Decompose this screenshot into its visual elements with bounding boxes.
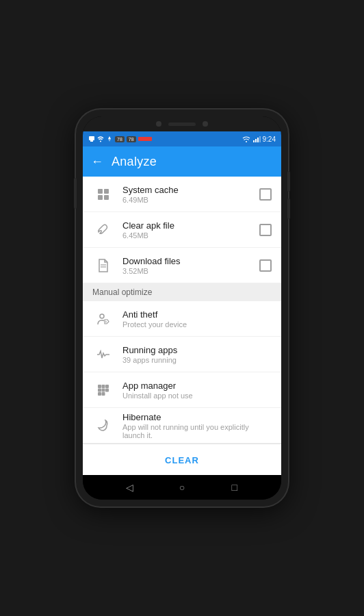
manual-optimize-header: Manual optimize (83, 283, 281, 301)
content-area: System cache 6.49MB Clear apk file 6.45M… (83, 177, 281, 475)
svg-rect-0 (89, 136, 94, 140)
svg-rect-10 (98, 195, 103, 200)
clear-button[interactable]: CLEAR (154, 452, 210, 468)
status-time: 9:24 (263, 136, 276, 143)
speaker (168, 123, 196, 126)
hibernate-subtitle: App will not running until you explicitl… (122, 423, 272, 439)
list-item-app-manager[interactable]: App manager Uninstall app not use (83, 372, 281, 408)
status-bar: 78 78 9:24 (83, 131, 281, 146)
svg-rect-4 (253, 140, 255, 142)
pulse-icon (92, 344, 114, 365)
svg-rect-23 (102, 392, 105, 396)
wrench-icon (92, 219, 114, 241)
svg-rect-19 (98, 388, 101, 392)
svg-rect-7 (259, 136, 261, 142)
clear-button-row: CLEAR (83, 444, 281, 475)
signal-bars-icon (252, 136, 261, 142)
list-item-download-files[interactable]: Download files 3.52MB (83, 248, 281, 283)
moon-icon (92, 415, 114, 437)
list-item-hibernate[interactable]: Hibernate App will not running until you… (83, 408, 281, 444)
svg-rect-22 (98, 392, 101, 396)
anti-theft-subtitle: Protect your device (122, 320, 272, 329)
svg-rect-16 (98, 385, 101, 388)
svg-rect-21 (105, 388, 109, 392)
anti-theft-title: Anti thetf (122, 309, 272, 320)
back-button[interactable]: ← (91, 155, 103, 169)
wifi-icon (97, 136, 104, 142)
battery-warning (138, 137, 152, 141)
system-cache-title: System cache (122, 185, 259, 195)
clear-apk-title: Clear apk file (122, 220, 259, 231)
badge-78-2: 78 (127, 136, 136, 142)
clear-apk-checkbox[interactable] (259, 224, 272, 236)
shield-icon (92, 308, 114, 330)
download-files-size: 3.52MB (122, 267, 259, 275)
svg-rect-18 (105, 385, 109, 388)
apps-icon (92, 379, 114, 401)
wifi-signal-icon (242, 136, 250, 142)
system-cache-size: 6.49MB (122, 196, 259, 204)
recents-nav-button[interactable]: □ (224, 476, 246, 498)
app-bar: ← Analyze (83, 146, 281, 177)
svg-rect-11 (104, 195, 109, 200)
data-icon (106, 136, 113, 142)
app-manager-subtitle: Uninstall app not use (122, 392, 272, 400)
clear-apk-size: 6.45MB (122, 231, 259, 240)
svg-rect-9 (104, 189, 109, 194)
running-apps-subtitle: 39 apps running (122, 356, 272, 364)
svg-rect-6 (257, 138, 259, 142)
svg-rect-20 (102, 388, 105, 392)
download-files-checkbox[interactable] (259, 259, 272, 272)
navigation-bar: ◁ ○ □ (83, 475, 281, 500)
app-manager-title: App manager (122, 381, 272, 391)
hibernate-title: Hibernate (122, 412, 272, 422)
running-apps-title: Running apps (122, 345, 272, 355)
grid-icon (92, 183, 114, 205)
badge-78-1: 78 (115, 136, 125, 142)
list-item-system-cache[interactable]: System cache 6.49MB (83, 177, 281, 212)
list-item-anti-theft[interactable]: Anti thetf Protect your device (83, 301, 281, 337)
file-icon (92, 255, 114, 277)
svg-rect-17 (102, 385, 105, 388)
app-bar-title: Analyze (112, 155, 157, 169)
svg-point-14 (100, 314, 104, 318)
front-camera (156, 121, 161, 127)
system-cache-checkbox[interactable] (259, 188, 272, 201)
back-nav-button[interactable]: ◁ (118, 476, 140, 498)
svg-point-3 (246, 141, 247, 142)
download-files-title: Download files (122, 256, 259, 266)
home-nav-button[interactable]: ○ (171, 476, 193, 498)
list-item-running-apps[interactable]: Running apps 39 apps running (83, 337, 281, 372)
svg-rect-1 (90, 140, 93, 142)
notification-icon (88, 136, 95, 142)
svg-rect-5 (255, 139, 257, 142)
list-item-clear-apk[interactable]: Clear apk file 6.45MB (83, 212, 281, 248)
svg-point-2 (100, 141, 101, 142)
svg-rect-8 (98, 189, 103, 194)
sensor (203, 121, 208, 127)
